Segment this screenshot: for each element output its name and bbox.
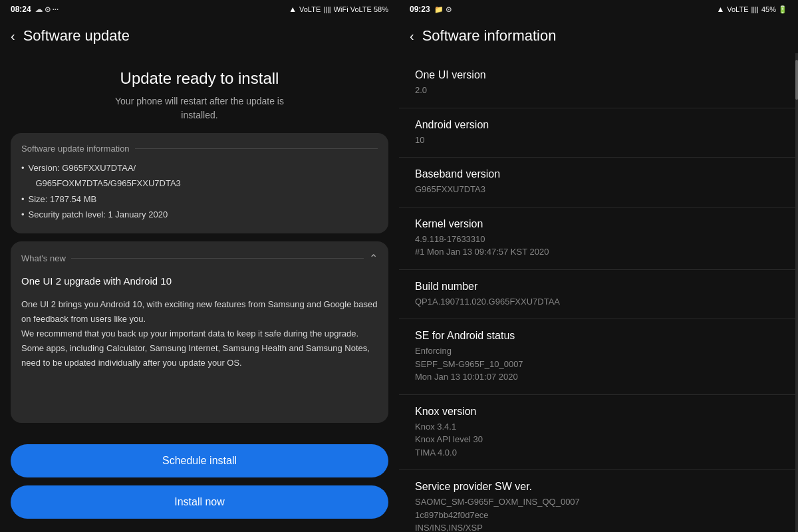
- back-button-right[interactable]: ‹: [410, 29, 414, 44]
- whats-new-card: What's new ⌃ One UI 2 upgrade with Andro…: [11, 241, 388, 423]
- info-item-size-text: Size: 1787.54 MB: [29, 192, 97, 207]
- update-subtitle: Your phone will restart after the update…: [115, 94, 284, 122]
- info-row-2: Baseband versionG965FXXU7DTA3: [399, 158, 795, 207]
- info-row-title-5: SE for Android status: [415, 330, 779, 342]
- info-item-size: Size: 1787.54 MB: [21, 192, 378, 207]
- info-item-version: Version: G965FXXU7DTAA/ G965FOXM7DTA5/G9…: [21, 160, 378, 192]
- whats-new-section-title: What's new: [21, 253, 364, 263]
- signal-bars-left: ||||: [323, 5, 331, 13]
- whats-new-body: One UI 2 brings you Android 10, with exc…: [21, 297, 378, 370]
- info-list-container[interactable]: One UI version2.0Android version10Baseba…: [399, 53, 795, 532]
- info-list: Version: G965FXXU7DTAA/ G965FOXM7DTA5/G9…: [21, 160, 378, 223]
- info-row-title-2: Baseband version: [415, 168, 779, 180]
- right-status-icons: 📁 ⊙: [434, 5, 452, 14]
- signal-text-left: VoLTE: [299, 5, 321, 13]
- info-row-value-0: 2.0: [415, 84, 779, 97]
- info-row-value-6: Knox 3.4.1 Knox API level 30 TIMA 4.0.0: [415, 420, 779, 460]
- whats-new-headline: One UI 2 upgrade with Android 10: [21, 273, 378, 290]
- info-row-value-7: SAOMC_SM-G965F_OXM_INS_QQ_0007 1c897bb42…: [415, 495, 779, 532]
- software-info-card: Software update information Version: G96…: [11, 133, 388, 233]
- info-row-3: Kernel version4.9.118-17633310 #1 Mon Ja…: [399, 207, 795, 270]
- right-nav-title: Software information: [422, 27, 557, 45]
- info-item-version-text: Version: G965FXXU7DTAA/ G965FOXM7DTA5/G9…: [29, 160, 181, 192]
- info-row-title-3: Kernel version: [415, 218, 779, 230]
- info-row-5: SE for Android statusEnforcing SEPF_SM-G…: [399, 319, 795, 395]
- schedule-install-button[interactable]: Schedule install: [11, 444, 388, 477]
- info-card-title: Software update information: [21, 144, 378, 154]
- scrollbar-thumb: [795, 60, 798, 100]
- info-row-title-7: Service provider SW ver.: [415, 481, 779, 493]
- time-left: 08:24: [11, 5, 31, 14]
- info-row-value-5: Enforcing SEPF_SM-G965F_10_0007 Mon Jan …: [415, 344, 779, 384]
- install-now-button[interactable]: Install now: [11, 485, 388, 519]
- info-row-title-4: Build number: [415, 281, 779, 293]
- scrollbar-track: [795, 53, 798, 532]
- info-row-value-1: 10: [415, 134, 779, 147]
- right-status-time: 09:23 📁 ⊙: [410, 5, 452, 14]
- info-row-6: Knox versionKnox 3.4.1 Knox API level 30…: [399, 395, 795, 471]
- battery-left: WiFi VoLTE 58%: [334, 5, 388, 13]
- right-content-wrapper: One UI version2.0Android version10Baseba…: [399, 53, 798, 532]
- info-row-value-4: QP1A.190711.020.G965FXXU7DTAA: [415, 295, 779, 309]
- info-row-title-0: One UI version: [415, 69, 779, 81]
- info-row-value-3: 4.9.118-17633310 #1 Mon Jan 13 09:47:57 …: [415, 233, 779, 259]
- info-item-security: Security patch level: 1 January 2020: [21, 207, 378, 222]
- button-area: Schedule install Install now: [0, 444, 399, 532]
- left-status-right: ▲ VoLTE |||| WiFi VoLTE 58%: [289, 5, 388, 14]
- time-right: 09:23: [410, 5, 430, 14]
- info-item-security-text: Security patch level: 1 January 2020: [29, 207, 168, 222]
- info-row-1: Android version10: [399, 108, 795, 158]
- back-button-left[interactable]: ‹: [11, 29, 15, 44]
- info-row-7: Service provider SW ver.SAOMC_SM-G965F_O…: [399, 470, 795, 532]
- signal-bars-right: ||||: [751, 5, 758, 13]
- update-title: Update ready to install: [115, 69, 284, 88]
- info-row-value-2: G965FXXU7DTA3: [415, 183, 779, 196]
- info-row-title-6: Knox version: [415, 406, 779, 418]
- battery-right: 45% 🔋: [761, 5, 787, 14]
- left-status-bar: 08:24 ☁ ⊙ ··· ▲ VoLTE |||| WiFi VoLTE 58…: [0, 0, 399, 19]
- right-panel: 09:23 📁 ⊙ ▲ VoLTE |||| 45% 🔋 ‹ Software …: [399, 0, 798, 532]
- left-top-nav: ‹ Software update: [0, 19, 399, 53]
- info-row-0: One UI version2.0: [399, 59, 795, 108]
- right-status-bar: 09:23 📁 ⊙ ▲ VoLTE |||| 45% 🔋: [399, 0, 798, 19]
- info-row-4: Build numberQP1A.190711.020.G965FXXU7DTA…: [399, 270, 795, 320]
- signal-text-right: VoLTE: [727, 5, 748, 13]
- chevron-up-icon[interactable]: ⌃: [369, 252, 378, 265]
- right-top-nav: ‹ Software information: [399, 19, 798, 53]
- right-status-right: ▲ VoLTE |||| 45% 🔋: [716, 5, 787, 14]
- left-status-icons: ☁ ⊙ ···: [35, 5, 59, 14]
- left-status-time: 08:24 ☁ ⊙ ···: [11, 5, 59, 14]
- update-header: Update ready to install Your phone will …: [115, 53, 284, 133]
- info-row-title-1: Android version: [415, 119, 779, 131]
- whats-new-header: What's new ⌃: [21, 252, 378, 265]
- left-nav-title: Software update: [23, 27, 130, 45]
- whats-new-content: One UI 2 upgrade with Android 10 One UI …: [21, 273, 378, 371]
- wifi-icon-right: ▲: [716, 5, 724, 14]
- wifi-icon-left: ▲: [289, 5, 297, 14]
- left-panel: 08:24 ☁ ⊙ ··· ▲ VoLTE |||| WiFi VoLTE 58…: [0, 0, 399, 532]
- left-main-content: Update ready to install Your phone will …: [0, 53, 399, 444]
